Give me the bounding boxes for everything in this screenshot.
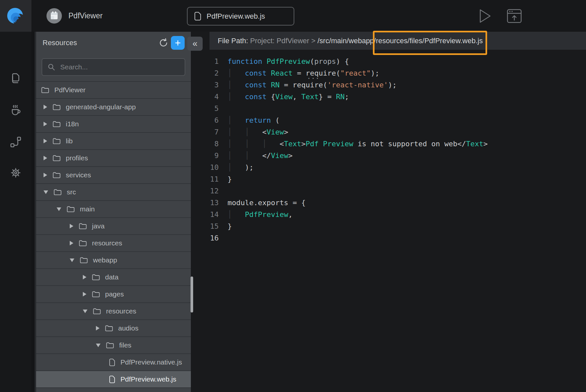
code-line-text: } — [228, 221, 232, 232]
collapse-sidebar-button[interactable]: « — [187, 37, 203, 51]
flow-connector-icon — [9, 136, 22, 148]
line-number: 7 — [191, 126, 219, 138]
code-line-text: │ const {View, Text} = RN; — [228, 91, 349, 103]
caret-collapsed-icon[interactable] — [44, 105, 47, 109]
caret-collapsed-icon[interactable] — [70, 241, 73, 245]
window-upload-icon — [507, 9, 522, 23]
caret-collapsed-icon[interactable] — [44, 139, 47, 143]
sidebar-scrollbar[interactable] — [191, 276, 193, 312]
app-logo[interactable] — [0, 0, 31, 32]
calendar-avatar-icon — [46, 8, 62, 24]
file-path-bar: File Path: Project: PdfViewer > /src/mai… — [210, 32, 586, 50]
sidebar-item-java[interactable] — [0, 103, 31, 117]
tree-item-label: services — [66, 171, 91, 179]
caret-expanded-icon[interactable] — [44, 190, 48, 194]
code-line-11[interactable]: 11} — [191, 173, 586, 185]
code-line-text: │ │ │ <Text>Pdf Preview is not supported… — [228, 138, 488, 150]
file-tab-label: PdfPreview.web.js — [207, 12, 265, 21]
sidebar-item-files[interactable] — [0, 71, 31, 85]
tree-item-lib[interactable]: lib — [36, 133, 191, 150]
folder-icon — [53, 121, 61, 127]
code-line-5[interactable]: 5 — [191, 103, 586, 115]
code-line-10[interactable]: 10│ ); — [191, 162, 586, 173]
tree-item-label: PdfViewer — [54, 86, 85, 94]
code-line-6[interactable]: 6│ return ( — [191, 115, 586, 126]
caret-expanded-icon[interactable] — [83, 310, 87, 313]
caret-collapsed-icon[interactable] — [44, 173, 47, 177]
tree-item-label: pages — [105, 290, 124, 298]
tree-item-profiles[interactable]: profiles — [36, 150, 191, 167]
caret-collapsed-icon[interactable] — [70, 224, 73, 228]
search-input[interactable] — [60, 63, 179, 71]
tree-item-label: PdfPreview.native.js — [120, 358, 182, 366]
tree-item-label: audios — [118, 324, 138, 332]
code-line-13[interactable]: 13module.exports = { — [191, 197, 586, 209]
tree-item-resources[interactable]: resources — [36, 235, 191, 252]
play-icon — [479, 9, 491, 23]
left-nav-rail — [0, 32, 31, 392]
code-line-12[interactable]: 12 — [191, 185, 586, 197]
tree-item-label: profiles — [66, 154, 88, 162]
line-number: 14 — [191, 209, 219, 221]
code-line-text: function PdfPreview(props) { — [228, 56, 349, 67]
caret-collapsed-icon[interactable] — [83, 292, 86, 296]
caret-collapsed-icon[interactable] — [83, 275, 86, 279]
code-line-text: } — [228, 173, 232, 185]
run-button[interactable] — [479, 9, 491, 25]
tree-item-src[interactable]: src — [36, 184, 191, 201]
add-resource-button[interactable]: + — [171, 36, 185, 50]
caret-expanded-icon[interactable] — [70, 258, 74, 262]
code-line-text: │ ); — [228, 162, 254, 173]
code-line-text: │ const RN = require('react-native'); — [228, 79, 397, 91]
tree-item-PdfPreview.native.js[interactable]: PdfPreview.native.js — [36, 354, 191, 371]
folder-icon — [93, 308, 101, 314]
tree-item-pages[interactable]: pages — [36, 286, 191, 303]
line-number: 11 — [191, 173, 219, 185]
search-box[interactable] — [42, 58, 185, 76]
caret-collapsed-icon[interactable] — [44, 156, 47, 160]
tree-item-webapp[interactable]: webapp — [36, 252, 191, 269]
coffee-cup-icon — [9, 104, 22, 116]
resources-panel-title: Resources — [43, 32, 77, 54]
code-line-text: │ │ </View> — [228, 150, 293, 162]
sidebar-item-flows[interactable] — [0, 135, 31, 149]
code-line-9[interactable]: 9│ │ </View> — [191, 150, 586, 162]
file-icon — [194, 12, 201, 21]
tree-item-java[interactable]: java — [36, 218, 191, 235]
line-number: 4 — [191, 91, 219, 103]
sidebar-item-settings[interactable] — [0, 166, 31, 180]
caret-collapsed-icon[interactable] — [96, 326, 100, 330]
open-in-window-button[interactable] — [507, 9, 522, 25]
tree-item-resources[interactable]: resources — [36, 303, 191, 320]
code-line-2[interactable]: 2│ const React = require("react"); — [191, 67, 586, 79]
code-line-4[interactable]: 4│ const {View, Text} = RN; — [191, 91, 586, 103]
caret-collapsed-icon[interactable] — [44, 122, 47, 126]
folder-icon — [80, 257, 88, 263]
code-line-14[interactable]: 14│ PdfPreview, — [191, 209, 586, 221]
code-line-15[interactable]: 15} — [191, 221, 586, 232]
resource-tree: PdfViewergenerated-angular-appi18nlibpro… — [36, 81, 191, 388]
caret-expanded-icon[interactable] — [57, 207, 61, 211]
tree-item-data[interactable]: data — [36, 269, 191, 286]
tree-item-files[interactable]: files — [36, 337, 191, 354]
refresh-button[interactable] — [156, 36, 171, 50]
code-line-8[interactable]: 8│ │ │ <Text>Pdf Preview is not supporte… — [191, 138, 586, 150]
tree-item-main[interactable]: main — [36, 201, 191, 218]
code-editor[interactable]: 1function PdfPreview(props) {2│ const Re… — [191, 56, 586, 244]
panel-divider — [31, 32, 36, 392]
line-number: 3 — [191, 79, 219, 91]
caret-expanded-icon[interactable] — [96, 344, 101, 347]
tree-item-PdfPreview.web.js[interactable]: PdfPreview.web.js — [36, 371, 191, 388]
tree-item-PdfViewer[interactable]: PdfViewer — [36, 82, 191, 99]
tree-item-audios[interactable]: audios — [36, 320, 191, 337]
code-line-7[interactable]: 7│ │ <View> — [191, 126, 586, 138]
tree-item-i18n[interactable]: i18n — [36, 116, 191, 133]
tree-item-services[interactable]: services — [36, 167, 191, 184]
code-line-3[interactable]: 3│ const RN = require('react-native'); — [191, 79, 586, 91]
code-line-1[interactable]: 1function PdfPreview(props) { — [191, 56, 586, 67]
open-file-tab[interactable]: PdfPreview.web.js — [187, 7, 294, 26]
line-number: 12 — [191, 185, 219, 197]
code-line-16[interactable]: 16 — [191, 232, 586, 244]
tree-item-generated-angular-app[interactable]: generated-angular-app — [36, 99, 191, 116]
tree-item-label: generated-angular-app — [66, 103, 136, 111]
